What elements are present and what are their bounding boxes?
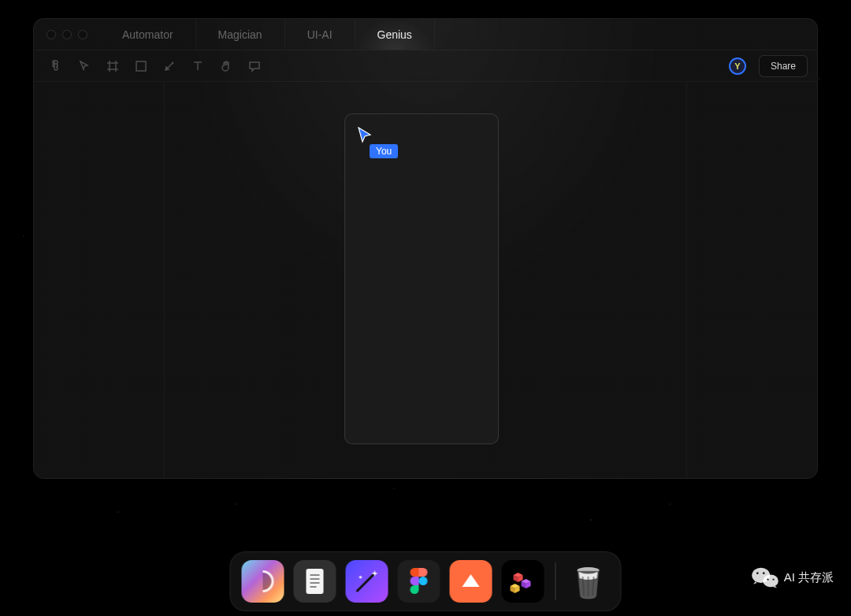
comment-tool-icon[interactable] [242,54,267,79]
multiplayer-cursor: You [355,125,374,147]
dock-app-figma[interactable] [398,560,440,603]
hand-tool-icon[interactable] [214,54,239,79]
move-tool-icon[interactable] [72,54,97,79]
cubes-icon [507,566,539,597]
note-icon [303,567,327,596]
figma-logo-icon[interactable] [43,54,69,79]
user-avatar[interactable]: Y [729,58,746,75]
watermark: AI 共存派 [751,566,834,589]
watermark-text: AI 共存派 [784,570,834,585]
cursor-icon [355,125,374,144]
triangle-icon [459,570,483,593]
toolbar: Y Share [34,50,817,82]
magic-wand-icon [351,566,383,597]
dock [230,551,622,611]
app-window: Automator Magician UI-AI Genius [33,18,818,479]
traffic-lights [34,30,100,39]
dock-divider [556,562,556,600]
maximize-window-button[interactable] [78,30,87,39]
design-frame[interactable] [344,113,499,444]
tab-automator[interactable]: Automator [100,19,196,50]
share-button[interactable]: Share [759,55,808,77]
svg-point-15 [762,572,764,574]
dock-trash[interactable] [567,560,610,603]
svg-rect-1 [307,569,324,594]
frame-tool-icon[interactable] [100,54,125,79]
trash-icon [572,562,605,600]
close-window-button[interactable] [46,30,56,39]
dock-app-notes[interactable] [294,560,336,603]
tab-ui-ai[interactable]: UI-AI [285,19,355,50]
dock-app-cubes[interactable] [502,560,544,603]
svg-line-6 [358,573,375,591]
svg-rect-0 [136,61,146,71]
dock-app-wand[interactable] [346,560,388,603]
titlebar: Automator Magician UI-AI Genius [34,19,817,50]
shape-tool-icon[interactable] [128,54,154,79]
cursor-label: You [370,144,398,158]
svg-point-7 [419,577,428,585]
svg-point-17 [772,579,774,581]
pen-tool-icon[interactable] [157,54,182,79]
svg-point-13 [763,574,778,587]
svg-point-16 [767,579,768,581]
svg-point-14 [756,572,759,574]
wechat-icon [751,566,779,589]
tab-bar: Automator Magician UI-AI Genius [100,19,435,50]
minimize-window-button[interactable] [62,30,72,39]
canvas[interactable]: You [34,82,817,478]
dock-app-display[interactable] [242,560,284,603]
dock-app-triangle[interactable] [450,560,492,603]
tab-genius[interactable]: Genius [355,19,435,50]
tab-magician[interactable]: Magician [196,19,285,50]
text-tool-icon[interactable] [185,54,210,79]
figma-icon [411,568,428,595]
